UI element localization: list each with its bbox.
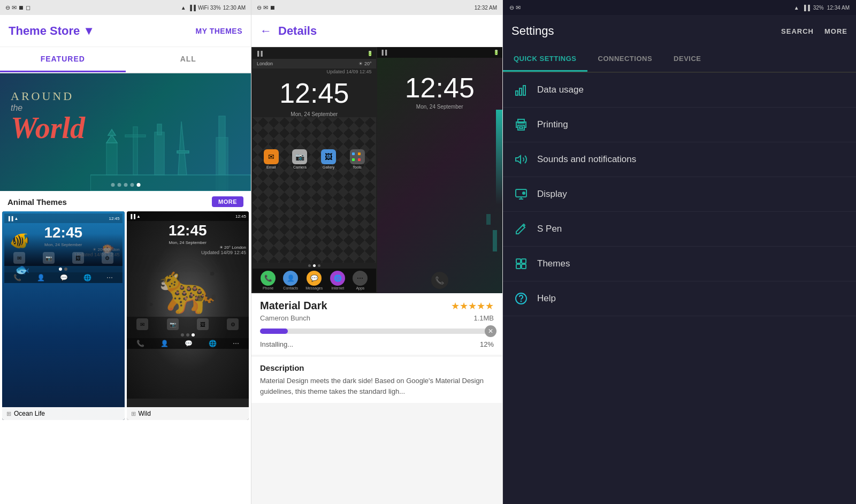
status-right-3: ▲ ▐▐ 32% 12:34 AM bbox=[794, 5, 850, 11]
svg-rect-14 bbox=[523, 86, 525, 95]
dock-gallery-1: 🖼 bbox=[72, 252, 84, 264]
teal-bar-1 bbox=[493, 230, 497, 251]
app-gallery-2: 🖼 Gallery bbox=[321, 149, 336, 169]
preview-homescreen: ▐▐ 🔋 London ☀ 20° Updated 14/09 12:45 12… bbox=[251, 47, 377, 293]
wild-tools: ⚙ bbox=[227, 318, 239, 330]
display-label: Display bbox=[537, 189, 567, 200]
tab-connections[interactable]: CONNECTIONS bbox=[587, 47, 663, 72]
wild-clock: 12:45 bbox=[127, 221, 249, 240]
leopard-spots bbox=[127, 255, 249, 317]
lock-call-button[interactable]: 📞 bbox=[431, 272, 448, 289]
app-email-2: ✉ Email bbox=[264, 149, 279, 169]
settings-item-help[interactable]: Help bbox=[503, 281, 856, 316]
app-camera-2: 📷 Camera bbox=[292, 149, 307, 169]
dark-clock: 12:45 bbox=[253, 75, 376, 111]
wild-email: ✉ bbox=[136, 318, 148, 330]
more-button[interactable]: MORE bbox=[212, 196, 243, 207]
nav-dot-1 bbox=[59, 268, 62, 271]
tab-device[interactable]: DEVICE bbox=[663, 47, 712, 72]
description-section: Description Material Design meets the da… bbox=[251, 357, 502, 403]
dock-messages-2: 💬 Messages bbox=[305, 271, 323, 290]
status-bar-right-2: 12:32 AM bbox=[475, 5, 497, 11]
lock-screen-mockup: ▐▐ 🔋 12:45 Mon, 24 September 📞 bbox=[377, 47, 503, 293]
dock-apps-2: ⋯ Apps bbox=[353, 271, 368, 290]
install-row-1: Material Dark ★★★★★ bbox=[260, 300, 494, 312]
theme-card-wild[interactable]: ▐▐ ▲ 12:45 12:45 Mon, 24 September ☀ 20°… bbox=[127, 211, 249, 420]
theme-card-ocean-life[interactable]: ▐▐ ▲ 12:45 12:45 Mon, 24 September ☀ 20°… bbox=[2, 211, 125, 420]
svg-rect-6 bbox=[133, 127, 137, 175]
dock-phone-icon-2: 📞 bbox=[261, 271, 276, 286]
theme-store-title-group[interactable]: Theme Store ▼ bbox=[9, 24, 95, 38]
wild-nav-dot-1 bbox=[181, 333, 184, 337]
svg-point-19 bbox=[523, 192, 525, 194]
dock-phone-label-2: Phone bbox=[263, 286, 273, 290]
wild-app-row: ✉ 📷 🖼 ⚙ bbox=[127, 317, 249, 332]
ocean-mockup: ▐▐ ▲ 12:45 12:45 Mon, 24 September ☀ 20°… bbox=[2, 211, 125, 420]
dock-contacts-2: 👤 Contacts bbox=[283, 271, 298, 290]
cancel-install-button[interactable]: ✕ bbox=[485, 325, 496, 337]
themes-icon bbox=[514, 256, 529, 271]
display-icon bbox=[514, 187, 529, 202]
settings-item-data-usage[interactable]: Data usage bbox=[503, 73, 856, 108]
search-action[interactable]: SEARCH bbox=[781, 27, 814, 35]
status-bar-left-2: ⊖ ✉ ⏹ bbox=[257, 4, 276, 11]
apps-icon-1: ⋯ bbox=[106, 274, 113, 281]
settings-item-display[interactable]: Display bbox=[503, 177, 856, 212]
dark-weather-city: London bbox=[257, 61, 273, 66]
progress-fill bbox=[260, 329, 288, 334]
animal-themes-header: Animal Themes MORE bbox=[0, 191, 251, 211]
dark-bg-pattern: ✉ Email 📷 Camera 🖼 Gallery bbox=[253, 117, 376, 263]
settings-item-printing[interactable]: Printing bbox=[503, 108, 856, 142]
help-icon bbox=[514, 291, 529, 306]
dropdown-icon[interactable]: ▼ bbox=[83, 24, 95, 38]
description-title: Description bbox=[260, 363, 494, 372]
svg-rect-17 bbox=[519, 127, 523, 128]
printing-label: Printing bbox=[537, 119, 568, 130]
settings-tabs: QUICK SETTINGS CONNECTIONS DEVICE bbox=[503, 47, 856, 73]
install-row-2: Cameron Bunch 1.1MB bbox=[260, 314, 494, 322]
wild-messages: 💬 bbox=[185, 340, 193, 347]
ocean-status-bar: ▐▐ ▲ 12:45 bbox=[4, 213, 123, 223]
dark-battery: 🔋 bbox=[367, 51, 373, 56]
more-action[interactable]: MORE bbox=[824, 27, 847, 35]
settings-item-spen[interactable]: S Pen bbox=[503, 212, 856, 247]
theme-rating: ★★★★★ bbox=[451, 300, 494, 312]
hero-line1: Around bbox=[11, 89, 85, 103]
tab-featured[interactable]: FEATURED bbox=[0, 47, 126, 72]
teal-accent-strip bbox=[496, 110, 502, 204]
header-settings: Settings SEARCH MORE bbox=[503, 15, 856, 47]
settings-actions: SEARCH MORE bbox=[781, 27, 847, 35]
data-usage-label: Data usage bbox=[537, 85, 584, 95]
dock-camera-1: 📷 bbox=[43, 252, 55, 264]
messages-icon-1: 💬 bbox=[60, 274, 68, 281]
time-1: 12:30 AM bbox=[223, 5, 246, 11]
theme-preview: ▐▐ 🔋 London ☀ 20° Updated 14/09 12:45 12… bbox=[251, 47, 502, 293]
description-text: Material Design meets the dark side! Bas… bbox=[260, 376, 494, 396]
my-themes-button[interactable]: MY THEMES bbox=[196, 27, 242, 35]
tab-quick-settings[interactable]: QUICK SETTINGS bbox=[503, 47, 587, 72]
svg-rect-13 bbox=[519, 88, 522, 95]
svg-rect-4 bbox=[155, 132, 164, 175]
dock-contacts-label-2: Contacts bbox=[283, 286, 298, 290]
lock-date: Mon, 24 September bbox=[377, 104, 503, 110]
status-bar-right-1: ▲ ▐▐ WiFi 33% 12:30 AM bbox=[181, 5, 246, 11]
status-bar-1: ⊖ ✉ ⏹ ◻ ▲ ▐▐ WiFi 33% 12:30 AM bbox=[0, 0, 251, 15]
settings-item-themes[interactable]: Themes bbox=[503, 247, 856, 281]
wild-mockup: ▐▐ ▲ 12:45 12:45 Mon, 24 September ☀ 20°… bbox=[127, 211, 249, 399]
settings-item-sounds[interactable]: Sounds and notifications bbox=[503, 142, 856, 177]
lock-status-bar: ▐▐ 🔋 bbox=[377, 47, 503, 58]
signal-icon-3: ▐▐ bbox=[802, 5, 810, 11]
spen-label: S Pen bbox=[537, 224, 562, 234]
dark-status-bar: ▐▐ 🔋 bbox=[253, 48, 376, 59]
back-button[interactable]: ← bbox=[260, 24, 272, 38]
wild-updated: Updated 14/09 12:45 bbox=[127, 250, 249, 255]
ocean-time: 12:45 bbox=[109, 216, 119, 221]
wild-nav-dot-3 bbox=[192, 333, 195, 337]
panel-theme-store: ⊖ ✉ ⏹ ◻ ▲ ▐▐ WiFi 33% 12:30 AM Theme Sto… bbox=[0, 0, 251, 504]
svg-rect-16 bbox=[518, 125, 524, 130]
wild-time: 12:45 bbox=[235, 214, 246, 219]
tab-all[interactable]: ALL bbox=[126, 47, 251, 72]
battery-pct-1: WiFi 33% bbox=[198, 5, 221, 11]
install-progress-container: ✕ bbox=[260, 329, 494, 334]
status-icons-left-1: ⊖ ✉ ⏹ ◻ bbox=[5, 4, 30, 11]
